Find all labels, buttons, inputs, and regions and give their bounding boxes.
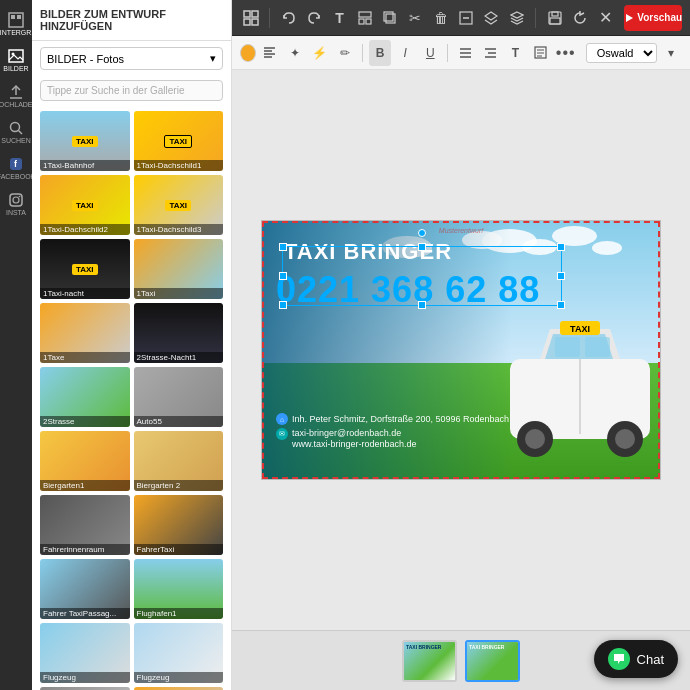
italic-button[interactable]: I	[394, 40, 416, 66]
thumb-label: Fahrerinnenraum	[40, 544, 130, 555]
svg-marker-24	[485, 12, 497, 20]
chat-icon	[608, 648, 630, 670]
more-options-button[interactable]: •••	[555, 40, 577, 66]
chat-button[interactable]: Chat	[594, 640, 678, 678]
svg-rect-21	[384, 12, 393, 21]
sidebar-item-facebook[interactable]: f FACEBOOK	[2, 152, 30, 184]
layout-button[interactable]	[354, 5, 375, 31]
text-button[interactable]: T	[329, 5, 350, 31]
sidebar-item-suchen[interactable]: SUCHEN	[2, 116, 30, 148]
format-toolbar: ✦ ⚡ ✏ B I U T ••• Oswald ▾	[232, 36, 690, 70]
sidebar-label-bilder: BILDER	[3, 65, 28, 72]
align-left-icon[interactable]	[454, 40, 476, 66]
font-selector[interactable]: Oswald	[586, 43, 657, 63]
design-card[interactable]: TAXI Musterentwurf TAXI BRINGER	[261, 220, 661, 480]
font-dropdown-arrow[interactable]: ▾	[660, 40, 682, 66]
search-placeholder: Tippe zur Suche in der Gallerie	[47, 85, 184, 96]
list-item[interactable]: TAXI 1Taxi-Dachschild1	[134, 111, 224, 171]
vorschau-button[interactable]: Vorschau	[624, 5, 682, 31]
sidebar-item-hochlade[interactable]: HOCHLADE...	[2, 80, 30, 112]
svg-rect-15	[244, 19, 250, 25]
separator	[535, 8, 536, 28]
layers-button[interactable]	[481, 5, 502, 31]
refresh-icon[interactable]	[570, 5, 591, 31]
sidebar-label-facebook: FACEBOOK	[0, 173, 35, 180]
thumb-label: Flughafen1	[134, 608, 224, 619]
text-size-button[interactable]: T	[504, 40, 526, 66]
sidebar-item-hintergrund[interactable]: HINTERGR...	[2, 8, 30, 40]
list-item[interactable]: 1Taxi	[134, 239, 224, 299]
card-title: TAXI BRINGER	[284, 239, 452, 265]
list-item[interactable]: FahrerTaxi	[134, 495, 224, 555]
chevron-down-icon: ▾	[210, 52, 216, 65]
grid-icon[interactable]	[240, 5, 261, 31]
lightning-button[interactable]: ⚡	[309, 40, 331, 66]
list-item[interactable]: Fahrer TaxiPassag...	[40, 559, 130, 619]
separator	[269, 8, 270, 28]
separator	[447, 44, 448, 62]
list-item[interactable]: Biergarten 2	[134, 431, 224, 491]
images-dropdown[interactable]: BILDER - Fotos ▾	[40, 47, 223, 70]
thumb-label: Fahrer TaxiPassag...	[40, 608, 130, 619]
undo-button[interactable]	[278, 5, 299, 31]
card-email-lines: taxi-bringer@rodenbach.de www.taxi-bring…	[292, 428, 417, 449]
thumb-label: 2Strasse	[40, 416, 130, 427]
card-text-layer: TAXI BRINGER 0221 368 62 88 ⌂ Inh. Peter…	[262, 221, 660, 479]
list-item[interactable]: TAXI 1Taxi-Dachschild2	[40, 175, 130, 235]
copy-button[interactable]	[379, 5, 400, 31]
scissors-icon[interactable]: ✂	[405, 5, 426, 31]
svg-marker-25	[511, 12, 523, 18]
list-item[interactable]: Flugzeug	[40, 623, 130, 683]
sidebar-item-insta[interactable]: INSTA	[2, 188, 30, 220]
redo-button[interactable]	[303, 5, 324, 31]
underline-button[interactable]: U	[419, 40, 441, 66]
sidebar: HINTERGR... BILDER HOCHLADE... SUCHEN f …	[0, 0, 32, 690]
pen-button[interactable]: ✏	[334, 40, 356, 66]
align-right-icon[interactable]	[479, 40, 501, 66]
separator	[362, 44, 363, 62]
thumbnail-1[interactable]: TAXI BRINGER	[402, 640, 457, 682]
list-item[interactable]: Flughafen1	[134, 559, 224, 619]
list-item[interactable]: Flugzeug	[134, 623, 224, 683]
list-item[interactable]: 2Strasse	[40, 367, 130, 427]
svg-marker-29	[626, 14, 633, 22]
card-watermark: Musterentwurf	[439, 227, 483, 234]
svg-point-6	[11, 123, 20, 132]
list-item[interactable]: 1Taxe	[40, 303, 130, 363]
thumbnail-2[interactable]: TAXI BRINGER	[465, 640, 520, 682]
close-icon[interactable]: ✕	[595, 5, 616, 31]
vorschau-label: Vorschau	[637, 12, 682, 23]
svg-rect-17	[359, 12, 371, 17]
align-left-button[interactable]	[259, 40, 281, 66]
save-icon[interactable]	[544, 5, 565, 31]
images-grid: TAXI 1Taxi-Bahnhof TAXI 1Taxi-Dachschild…	[32, 107, 231, 690]
sidebar-label-insta: INSTA	[6, 209, 26, 216]
svg-line-7	[19, 131, 23, 135]
list-item[interactable]: Auto55	[134, 367, 224, 427]
top-toolbar: T ✂ 🗑 ✕ Vorschau	[232, 0, 690, 36]
thumb-label: 2Strasse-Nacht1	[134, 352, 224, 363]
list-item[interactable]: TAXI 1Taxi-Dachschild3	[134, 175, 224, 235]
images-panel-header: BILDER ZUM ENTWURF HINZUFÜGEN	[32, 0, 231, 41]
bold-button[interactable]: B	[369, 40, 391, 66]
list-item[interactable]: 2Strasse-Nacht1	[134, 303, 224, 363]
delete-button[interactable]: 🗑	[430, 5, 451, 31]
text-frame-button[interactable]	[530, 40, 552, 66]
list-item[interactable]: TAXI 1Taxi-Bahnhof	[40, 111, 130, 171]
card-email: taxi-bringer@rodenbach.de	[292, 428, 417, 438]
stack-button[interactable]	[506, 5, 527, 31]
list-item[interactable]: Fahrerinnenraum	[40, 495, 130, 555]
thumb-label: Biergarten 2	[134, 480, 224, 491]
thumb-label: 1Taxi-nacht	[40, 288, 130, 299]
sparkle-button[interactable]: ✦	[284, 40, 306, 66]
email-icon: ✉	[276, 428, 288, 440]
sidebar-item-bilder[interactable]: BILDER	[2, 44, 30, 76]
svg-rect-19	[366, 19, 371, 24]
svg-rect-2	[17, 15, 21, 19]
list-item[interactable]: TAXI 1Taxi-nacht	[40, 239, 130, 299]
sidebar-label-suchen: SUCHEN	[1, 137, 31, 144]
list-item[interactable]: Biergarten1	[40, 431, 130, 491]
images-search[interactable]: Tippe zur Suche in der Gallerie	[40, 80, 223, 101]
color-picker[interactable]	[240, 44, 256, 62]
minus-button[interactable]	[455, 5, 476, 31]
